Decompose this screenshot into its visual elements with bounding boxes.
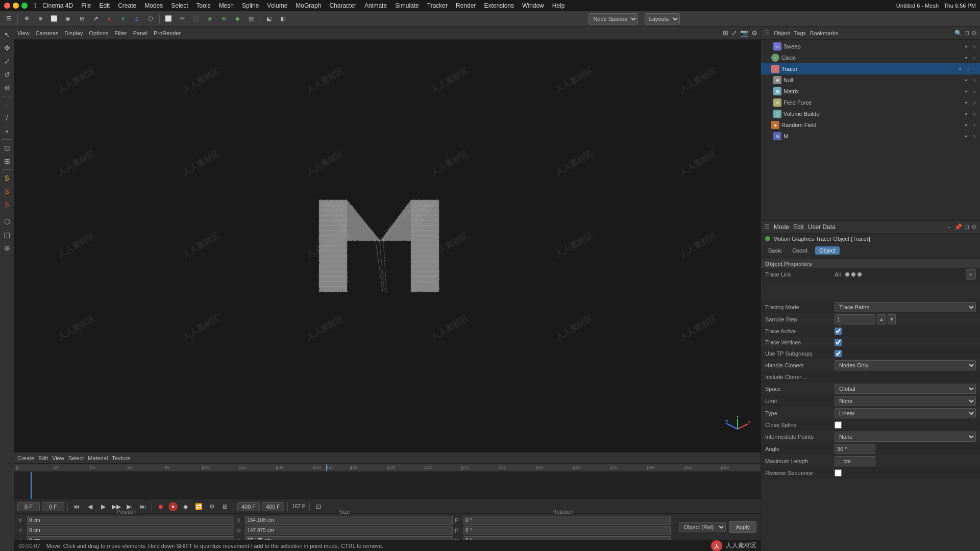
vp-menu-view[interactable]: View (17, 30, 30, 36)
apple-menu[interactable]:  (34, 2, 36, 10)
rot-y-input[interactable] (463, 526, 671, 535)
lt-material3[interactable]: $ (1, 198, 13, 211)
menu-toggle-button[interactable]: ☰ (2, 13, 15, 25)
lt-snap[interactable]: ⊡ (1, 142, 13, 154)
lt-point[interactable]: · (1, 98, 13, 111)
transform-mode-dropdown[interactable]: Object (Rel) Object (Abs) World (679, 522, 726, 532)
tab-coord[interactable]: Coord. (788, 246, 813, 255)
lt-poly[interactable]: ▪ (1, 125, 13, 137)
lt-unknown2[interactable]: ⊕ (1, 242, 13, 254)
menu-modes[interactable]: Modes (144, 2, 163, 9)
tl-menu-material[interactable]: Material (88, 455, 108, 461)
fullscreen-button[interactable] (21, 3, 28, 9)
vb-render-icon[interactable]: ▷ (971, 110, 978, 117)
tracing-mode-dropdown[interactable]: Trace Paths Nodes Only (835, 302, 976, 312)
m-vis-icon[interactable]: ● (963, 133, 970, 140)
ring-tool[interactable]: ◉ (61, 13, 75, 25)
rp-icon-settings2[interactable]: ⚙ (971, 30, 977, 37)
rp-menu-tags[interactable]: Tags (794, 30, 806, 36)
m-render-icon[interactable]: ▷ (971, 133, 978, 140)
menu-cinema4d[interactable]: Cinema 4D (42, 2, 73, 9)
type-dropdown[interactable]: Linear Cubic Natural (835, 408, 976, 418)
tl-menu-select[interactable]: Select (68, 455, 84, 461)
vp-icon-settings[interactable]: ⚙ (751, 29, 757, 37)
tracer-render-icon[interactable]: ▷ (965, 65, 972, 72)
arrow-tool[interactable]: ↗ (89, 13, 102, 25)
tab-object[interactable]: Object (815, 246, 840, 255)
lt-deform[interactable]: ⬡ (1, 215, 13, 228)
obj-random-field[interactable]: ◈ Random Field ● ▷ (761, 119, 980, 131)
lt-unknown1[interactable]: ⊛ (1, 82, 13, 94)
rp-icon-search[interactable]: 🔍 (954, 30, 962, 37)
transform-tool[interactable]: ⊕ (217, 13, 230, 25)
vp-icon-grid[interactable]: ⊞ (723, 29, 728, 37)
cube-tool[interactable]: ⬜ (162, 13, 175, 25)
vp-icon-camera[interactable]: 📷 (740, 29, 748, 37)
menu-create[interactable]: Create (118, 2, 136, 9)
sweep-render-icon[interactable]: ▷ (971, 43, 978, 50)
size-y-input[interactable] (245, 526, 452, 535)
trace-vertices-checkbox[interactable] (835, 339, 842, 346)
menu-volume[interactable]: Volume (267, 2, 287, 9)
menu-animate[interactable]: Animate (364, 2, 387, 9)
null-render-icon[interactable]: ▷ (971, 77, 978, 84)
lt-scale[interactable]: ⤢ (1, 55, 13, 67)
pos-x-input[interactable] (27, 516, 234, 525)
menu-render[interactable]: Render (456, 2, 476, 9)
trace-link-add-button[interactable]: + (966, 269, 976, 280)
tl-menu-edit[interactable]: Edit (38, 455, 48, 461)
obj-m[interactable]: M M ● ▷ (761, 131, 980, 142)
matrix-vis-icon[interactable]: ● (963, 88, 970, 95)
lt-layer[interactable]: ◫ (1, 229, 13, 241)
minimize-button[interactable] (13, 3, 19, 9)
edit-tool[interactable]: ⬛ (189, 13, 203, 25)
rot-x-input[interactable] (463, 516, 671, 525)
lt-edge[interactable]: / (1, 112, 13, 124)
intermediate-points-dropdown[interactable]: None Adaptive Uniform (835, 432, 976, 442)
xyz-y[interactable]: Y (116, 13, 130, 25)
angle-input[interactable] (835, 444, 875, 454)
tab-basic[interactable]: Basic (764, 246, 786, 255)
obj-circle[interactable]: ○ Circle ● ▷ (761, 52, 980, 63)
sample-step-up[interactable]: ▲ (877, 314, 886, 324)
rp-menu-object[interactable]: Object (774, 30, 790, 36)
vp-menu-filter[interactable]: Filter (114, 30, 127, 36)
obj-sweep[interactable]: ▭ Sweep ● ▷ (761, 41, 980, 52)
object-tool[interactable]: ⬡ (144, 13, 157, 25)
tracer-vis-icon[interactable]: ● (957, 65, 964, 72)
viewport-canvas[interactable]: 人人素材区 人人素材区 人人素材区 人人素材区 人人素材区 人人素材区 人人素材… (14, 40, 761, 452)
reverse-sequence-checkbox[interactable] (835, 469, 842, 477)
menu-edit[interactable]: Edit (100, 2, 110, 9)
tracer-extra-icon[interactable]: ⋯ (973, 65, 978, 72)
lt-rotate[interactable]: ↺ (1, 68, 13, 81)
menu-spline[interactable]: Spline (242, 2, 259, 9)
props-icon-settings[interactable]: ⚙ (971, 223, 977, 231)
circle-vis-icon[interactable]: ● (963, 54, 970, 61)
node-spaces-dropdown[interactable]: Node Spaces (589, 13, 638, 24)
menu-mograph[interactable]: MoGraph (296, 2, 321, 9)
vp-menu-prorender[interactable]: ProRender (154, 30, 181, 36)
obj-null[interactable]: ⊕ Null ● ▷ (761, 74, 980, 86)
lt-move[interactable]: ✥ (1, 42, 13, 54)
sample-step-down[interactable]: ▼ (888, 314, 896, 324)
rf-vis-icon[interactable]: ● (963, 121, 970, 129)
apply-button[interactable]: Apply (729, 521, 756, 533)
vp-menu-display[interactable]: Display (64, 30, 83, 36)
props-icon-pin[interactable]: 📌 (954, 223, 962, 231)
null-vis-icon[interactable]: ● (963, 77, 970, 84)
vp-icon-maximize[interactable]: ⤢ (731, 29, 737, 37)
rf-render-icon[interactable]: ▷ (971, 121, 978, 129)
vb-vis-icon[interactable]: ● (963, 110, 970, 117)
menu-mesh[interactable]: Mesh (219, 2, 234, 9)
deform-tool[interactable]: ◆ (231, 13, 244, 25)
ff-vis-icon[interactable]: ● (963, 99, 970, 106)
limit-dropdown[interactable]: None From Start From End (835, 396, 976, 406)
menu-simulate[interactable]: Simulate (395, 2, 419, 9)
props-menu-mode[interactable]: Mode (774, 223, 789, 231)
menu-window[interactable]: Window (522, 2, 544, 9)
circle-render-icon[interactable]: ▷ (971, 54, 978, 61)
ff-render-icon[interactable]: ▷ (971, 99, 978, 106)
obj-matrix[interactable]: ⊞ Matrix ● ▷ (761, 86, 980, 97)
vp-menu-panel[interactable]: Panel (133, 30, 148, 36)
pencil-tool[interactable]: ✏ (176, 13, 189, 25)
